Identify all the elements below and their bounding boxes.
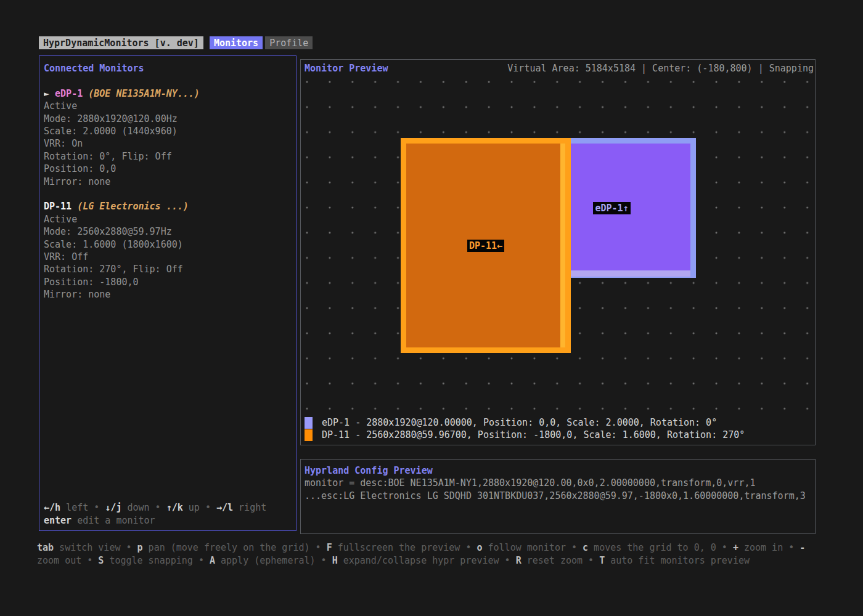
monitor-detail-line: Position: 0,0 [44,163,292,175]
monitor-list-item-edp-1[interactable]: ► eDP-1 (BOE NE135A1M-NY...)ActiveMode: … [44,87,292,188]
shortcut-key: o [476,542,482,553]
shortcut-key: F [327,542,332,553]
shortcut-key: T [599,555,605,566]
app-window: HyprDynamicMonitors [v. dev] Monitors Pr… [0,0,863,616]
selection-arrow-icon: ► [44,88,55,99]
config-preview-title: Hyprland Config Preview [305,464,811,477]
bullet-separator: • [316,555,332,566]
shortcut-key: p [137,542,143,553]
bullet-separator: • [120,542,137,553]
bullet-separator: • [200,502,216,513]
bullet-separator: • [81,555,98,566]
monitor-status: Active [44,213,292,225]
shortcut-key: tab [37,542,54,553]
help-line: zoom out • S toggle snapping • A apply (… [37,554,829,567]
shortcut-desc: apply (ephemeral) [215,555,316,566]
shortcut-desc: edit a monitor [72,515,155,526]
config-line-2: ...esc:LG Electronics LG SDQHD 301NTBKDU… [305,490,811,502]
legend-text: DP-11 - 2560x2880@59.96700, Position: -1… [322,429,745,442]
shortcut-key: enter [44,515,72,526]
monitor-label-edp1: eDP-1↑ [593,202,630,214]
left-panel-help: ←/h left • ↓/j down • ↑/k up • →/l right… [44,501,292,527]
bullet-separator: • [499,555,516,566]
monitor-detail-line: Position: -1800,0 [44,276,292,288]
monitor-preview-title: Monitor Preview [305,63,388,74]
preview-legend: eDP-1 - 2880x1920@120.00000, Position: 0… [305,416,745,442]
bullet-separator: • [716,542,733,553]
tab-profile[interactable]: Profile [265,36,313,49]
tab-monitors[interactable]: Monitors [210,36,263,49]
preview-header: Monitor Preview Virtual Area: 5184x5184 … [301,60,815,74]
shortcut-desc: reset zoom [521,555,583,566]
statusbar-help: tab switch view • p pan (move freely on … [37,541,829,567]
bullet-separator: • [566,542,583,553]
monitor-detail-line: Mode: 2560x2880@59.97Hz [44,225,292,238]
shortcut-desc: pan (move freely on the grid) [143,542,310,553]
monitor-detail-line: Rotation: 0°, Flip: Off [44,150,292,163]
app-title: HyprDynamicMonitors [v. dev] [39,36,203,49]
shortcut-desc: zoom out [37,555,81,566]
connected-monitors-title: Connected Monitors [44,62,292,75]
shortcut-desc: zoom in [738,542,783,553]
shortcut-desc: follow monitor [483,542,566,553]
tab-bar: HyprDynamicMonitors [v. dev] Monitors Pr… [39,36,313,49]
monitor-name: eDP-1 [55,88,83,99]
shortcut-desc: auto fit monitors preview [605,555,750,566]
monitor-detail-line: Scale: 1.6000 (1800x1600) [44,238,292,251]
shortcut-key: H [332,555,338,566]
monitor-detail-line: VRR: Off [44,251,292,263]
preview-status-text: Virtual Area: 5184x5184 | Center: (-180,… [507,63,814,74]
shortcut-desc: expand/collapse hypr preview [338,555,499,566]
config-line-1: monitor = desc:BOE NE135A1M-NY1,2880x192… [305,477,811,489]
shortcut-desc: switch view [54,542,120,553]
monitor-list: ► eDP-1 (BOE NE135A1M-NY...)ActiveMode: … [44,75,292,301]
monitor-item-header[interactable]: ► eDP-1 (BOE NE135A1M-NY...) [44,87,292,100]
shortcut-key: ↑/k [166,502,183,513]
help-line: tab switch view • p pan (move freely on … [37,541,829,554]
monitor-detail-line: Scale: 2.0000 (1440x960) [44,125,292,137]
monitor-detail-line: Mirror: none [44,288,292,301]
shortcut-key: - [800,542,805,553]
shortcut-key: + [733,542,738,553]
monitor-description: (BOE NE135A1M-NY...) [83,88,200,99]
bullet-separator: • [150,502,166,513]
help-line: enter edit a monitor [44,514,292,527]
legend-swatch-icon [305,417,313,429]
connected-monitors-panel: Connected Monitors ► eDP-1 (BOE NE135A1M… [39,55,297,531]
monitor-edge-accent-dp11 [560,144,565,347]
monitor-preview-panel: Monitor Preview Virtual Area: 5184x5184 … [300,59,816,445]
monitor-status: Active [44,100,292,112]
monitor-list-item-dp-11[interactable]: DP-11 (LG Electronics ...)ActiveMode: 25… [44,200,292,301]
bullet-separator: • [310,542,327,553]
bullet-separator: • [583,555,599,566]
shortcut-desc: down [121,502,149,513]
help-line: ←/h left • ↓/j down • ↑/k up • →/l right [44,501,292,514]
shortcut-key: ←/h [44,502,60,513]
legend-row: DP-11 - 2560x2880@59.96700, Position: -1… [305,429,745,442]
hyprland-config-panel: Hyprland Config Preview monitor = desc:B… [300,459,816,534]
monitor-item-header[interactable]: DP-11 (LG Electronics ...) [44,200,292,213]
bullet-separator: • [783,542,800,553]
shortcut-key: →/l [216,502,233,513]
monitor-label-dp11: DP-11← [467,240,504,252]
shortcut-desc: fullscreen the preview [332,542,460,553]
preview-grid[interactable]: eDP-1↑ DP-11← [301,77,816,413]
bullet-separator: • [88,502,105,513]
monitor-rect-dp11[interactable]: DP-11← [401,138,571,353]
shortcut-key: ↓/j [105,502,121,513]
legend-row: eDP-1 - 2880x1920@120.00000, Position: 0… [305,416,745,429]
monitor-name: DP-11 [44,201,72,212]
shortcut-desc: left [60,502,88,513]
shortcut-key: A [210,555,215,566]
legend-text: eDP-1 - 2880x1920@120.00000, Position: 0… [322,416,717,429]
monitor-detail-line: Mode: 2880x1920@120.00Hz [44,113,292,125]
bullet-separator: • [193,555,210,566]
legend-swatch-icon [305,429,313,441]
shortcut-desc: up [183,502,200,513]
bullet-separator: • [460,542,476,553]
shortcut-desc: right [233,502,266,513]
shortcut-key: c [583,542,588,553]
monitor-description: (LG Electronics ...) [72,201,189,212]
monitor-detail-line: Rotation: 270°, Flip: Off [44,263,292,275]
monitor-detail-line: VRR: On [44,137,292,150]
